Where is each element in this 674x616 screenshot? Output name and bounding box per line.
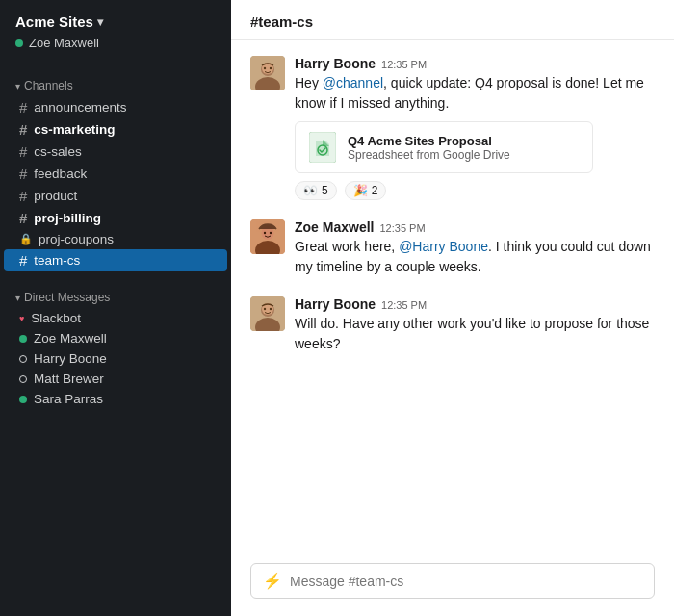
dm-item-slackbot[interactable]: ♥ Slackbot [4, 308, 227, 328]
workspace-chevron-icon: ▾ [97, 15, 103, 29]
channel-title: #team-cs [250, 13, 655, 30]
channels-section: ▾ Channels # announcements # cs-marketin… [0, 75, 231, 271]
status-dot-green [15, 39, 23, 47]
channel-name: cs-marketing [34, 122, 115, 137]
channel-name: proj-coupons [39, 232, 114, 246]
message-text: Great work here, @Harry Boone. I think y… [295, 237, 655, 277]
message-row: Zoe Maxwell 12:35 PM Great work here, @H… [250, 219, 655, 277]
dm-name: Harry Boone [34, 351, 107, 366]
dm-arrow-icon: ▾ [15, 293, 20, 303]
sidebar-item-product[interactable]: # product [4, 185, 227, 207]
message-content: Harry Boone 12:35 PM Hey @channel, quick… [295, 56, 655, 200]
channel-name: cs-sales [34, 144, 82, 159]
sidebar-item-team-cs[interactable]: # team-cs [4, 249, 227, 271]
lock-icon: 🔒 [19, 233, 33, 245]
attachment-info: Q4 Acme Sites Proposal Spreadsheet from … [348, 134, 581, 162]
reaction-eyes[interactable]: 👀 5 [295, 181, 337, 200]
svg-point-5 [270, 67, 272, 69]
svg-point-12 [270, 232, 272, 234]
dm-section-label: Direct Messages [24, 291, 110, 304]
message-content: Harry Boone 12:35 PM Will do. Have any o… [295, 296, 655, 354]
message-row: Harry Boone 12:35 PM Will do. Have any o… [250, 296, 655, 354]
sidebar-item-proj-coupons[interactable]: 🔒 proj-coupons [4, 229, 227, 249]
reaction-emoji: 👀 [303, 184, 318, 197]
status-dot-green [19, 335, 27, 343]
message-header: Harry Boone 12:35 PM [295, 296, 655, 312]
workspace-name[interactable]: Acme Sites ▾ [15, 13, 216, 30]
avatar-image-harry [250, 56, 285, 90]
avatar-image-harry2 [250, 296, 285, 331]
hash-icon: # [19, 99, 27, 116]
reaction-count: 5 [322, 184, 328, 197]
current-user-status: Zoe Maxwell [15, 36, 216, 50]
attachment-subtitle: Spreadsheet from Google Drive [348, 148, 581, 162]
current-user-name: Zoe Maxwell [29, 36, 99, 50]
lightning-icon: ⚡ [263, 572, 282, 590]
dm-name: Slackbot [31, 311, 81, 325]
svg-point-11 [264, 232, 266, 234]
main-content: #team-cs Harry Boone 12:35 [231, 0, 674, 616]
message-author: Harry Boone [295, 296, 376, 312]
reaction-count: 2 [372, 184, 378, 197]
svg-point-18 [270, 308, 272, 310]
mention-channel[interactable]: @channel [323, 75, 383, 90]
message-header: Harry Boone 12:35 PM [295, 56, 655, 71]
dm-name: Zoe Maxwell [34, 331, 107, 346]
svg-point-17 [264, 308, 266, 310]
dm-name: Sara Parras [34, 392, 103, 406]
message-row: Harry Boone 12:35 PM Hey @channel, quick… [250, 56, 655, 200]
message-header: Zoe Maxwell 12:35 PM [295, 219, 655, 235]
channels-section-header[interactable]: ▾ Channels [0, 75, 231, 96]
dm-item-matt-brewer[interactable]: Matt Brewer [4, 369, 227, 389]
message-input-area: ⚡ [231, 552, 674, 616]
sidebar-header: Acme Sites ▾ Zoe Maxwell [0, 0, 231, 60]
avatar [250, 219, 285, 254]
avatar [250, 296, 285, 331]
dm-section-header[interactable]: ▾ Direct Messages [0, 287, 231, 308]
message-content: Zoe Maxwell 12:35 PM Great work here, @H… [295, 219, 655, 277]
messages-area: Harry Boone 12:35 PM Hey @channel, quick… [231, 40, 674, 552]
reaction-celebrate[interactable]: 🎉 2 [345, 181, 387, 200]
sidebar-item-announcements[interactable]: # announcements [4, 96, 227, 118]
message-text: Will do. Have any other work you'd like … [295, 314, 655, 354]
hash-icon: # [19, 121, 27, 138]
attachment-card[interactable]: Q4 Acme Sites Proposal Spreadsheet from … [295, 121, 593, 173]
channel-header: #team-cs [231, 0, 674, 40]
channel-name: announcements [34, 100, 126, 115]
hash-icon: # [19, 143, 27, 160]
channel-name: product [34, 189, 77, 203]
channel-name: proj-billing [34, 211, 101, 225]
hash-icon: # [19, 188, 27, 204]
attachment-title: Q4 Acme Sites Proposal [348, 134, 581, 148]
hash-icon: # [19, 210, 27, 226]
dm-item-zoe-maxwell[interactable]: Zoe Maxwell [4, 328, 227, 348]
avatar [250, 56, 285, 90]
message-time: 12:35 PM [381, 299, 427, 311]
channels-section-label: Channels [24, 79, 73, 92]
status-dot-outline [19, 355, 27, 363]
sidebar-item-cs-marketing[interactable]: # cs-marketing [4, 118, 227, 141]
message-input[interactable] [290, 574, 642, 589]
sidebar-item-cs-sales[interactable]: # cs-sales [4, 141, 227, 163]
dm-item-harry-boone[interactable]: Harry Boone [4, 348, 227, 369]
svg-point-4 [264, 67, 266, 69]
sidebar-item-proj-billing[interactable]: # proj-billing [4, 207, 227, 229]
message-author: Harry Boone [295, 56, 376, 71]
channel-name: team-cs [34, 253, 80, 268]
message-input-box[interactable]: ⚡ [250, 563, 655, 599]
status-dot-outline [19, 375, 27, 383]
sidebar-item-feedback[interactable]: # feedback [4, 163, 227, 185]
reactions: 👀 5 🎉 2 [295, 181, 655, 200]
hash-icon: # [19, 166, 27, 182]
hash-icon: # [19, 252, 27, 269]
dm-item-sara-parras[interactable]: Sara Parras [4, 389, 227, 409]
reaction-emoji: 🎉 [353, 184, 368, 197]
channel-name: feedback [34, 167, 87, 181]
mention-harry[interactable]: @Harry Boone [399, 239, 488, 254]
message-time: 12:35 PM [381, 59, 427, 70]
dm-name: Matt Brewer [34, 372, 104, 386]
sidebar: Acme Sites ▾ Zoe Maxwell ▾ Channels # an… [0, 0, 231, 616]
message-time: 12:35 PM [379, 222, 425, 234]
avatar-image-zoe [250, 219, 285, 254]
message-text: Hey @channel, quick update: Q4 proposal … [295, 73, 655, 114]
